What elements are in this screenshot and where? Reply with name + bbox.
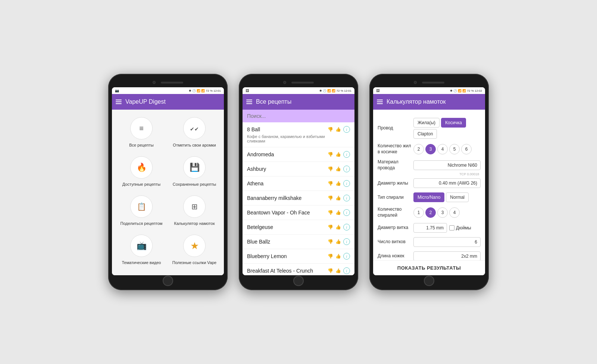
strands-row: Количество жил в косичке 2 3 4 5 6: [378, 143, 481, 155]
menu-share[interactable]: 📋 Поделиться рецептом: [118, 195, 165, 229]
thumbup-icon-2[interactable]: 👍: [335, 166, 341, 172]
menu-mark-aromas[interactable]: Отметить свои аромки: [171, 117, 218, 150]
thumbup-icon-5[interactable]: 👍: [335, 210, 341, 215]
strands-btn-2[interactable]: 4: [437, 144, 448, 154]
hamburger-1[interactable]: [116, 100, 122, 104]
thumbdown-icon-5[interactable]: 👎: [328, 210, 333, 215]
thumbup-icon-6[interactable]: 👍: [335, 225, 341, 230]
wire-btn-2[interactable]: Clapton: [413, 129, 437, 139]
thumbdown-icon-7[interactable]: 👎: [328, 239, 333, 244]
thumbup-icon-3[interactable]: 👍: [335, 181, 341, 186]
thumbdown-icon-4[interactable]: 👎: [328, 195, 333, 201]
material-label: Материал провода: [378, 159, 411, 171]
thumbup-icon-8[interactable]: 👍: [335, 254, 341, 259]
info-icon-9[interactable]: i: [343, 267, 350, 274]
recipe-item-7[interactable]: Blue Ballz 👎 👍 i: [243, 235, 354, 249]
home-btn-3[interactable]: [424, 276, 434, 286]
recipe-item-4[interactable]: Bananaberry milkshake 👎 👍 i: [243, 191, 354, 205]
hamburger-3[interactable]: [377, 100, 383, 104]
thumbup-icon-1[interactable]: 👍: [335, 152, 341, 157]
home-btn-1[interactable]: [163, 276, 173, 286]
thumbup-icon-7[interactable]: 👍: [335, 239, 341, 244]
info-icon-1[interactable]: i: [343, 151, 350, 158]
camera-2: [283, 81, 286, 84]
material-row: Материал провода Nichrome Ni60: [378, 159, 481, 171]
strands-btn-3[interactable]: 5: [449, 144, 460, 154]
phone-bottom-3: [373, 277, 485, 285]
menu-links[interactable]: ★ Полезные ссылки Vape: [171, 235, 218, 268]
menu-video[interactable]: 📺 Тематические видео: [118, 235, 165, 268]
leg-input[interactable]: 2x2 mm: [413, 251, 481, 260]
thumbup-icon-9[interactable]: 👍: [335, 268, 341, 273]
show-results-button[interactable]: ПОКАЗАТЬ РЕЗУЛЬТАТЫ: [373, 260, 485, 275]
home-btn-2[interactable]: [293, 276, 304, 286]
menu-label-saved: Сохраненные рецепты: [173, 182, 216, 187]
info-icon-8[interactable]: i: [343, 253, 350, 260]
coil-count-btn-3[interactable]: 4: [449, 207, 460, 218]
recipe-item-6[interactable]: Betelgeuse 👎 👍 i: [243, 220, 354, 235]
info-icon-6[interactable]: i: [343, 224, 350, 230]
wire-btn-0[interactable]: Жила(ы): [413, 118, 440, 128]
strands-btn-1[interactable]: 3: [425, 144, 436, 154]
recipe-item-0[interactable]: 8 Ball 👎 👍 i Кофе с бананом, карамелью и…: [243, 122, 354, 147]
coil-count-btn-0[interactable]: 1: [413, 207, 424, 218]
info-icon-3[interactable]: i: [343, 180, 350, 187]
recipe-item-2[interactable]: Ashbury 👎 👍 i: [243, 162, 354, 176]
app-bar-2: Все рецепты: [243, 94, 354, 110]
thumbdown-icon-9[interactable]: 👎: [328, 268, 333, 273]
thumbdown-icon-3[interactable]: 👎: [328, 181, 333, 186]
recipe-item-3[interactable]: Athena 👎 👍 i: [243, 176, 354, 191]
leg-row: Длина ножек 2x2 mm: [378, 251, 481, 260]
turns-input[interactable]: 6: [413, 237, 481, 247]
info-icon-0[interactable]: i: [343, 126, 350, 133]
strands-btn-4[interactable]: 6: [461, 144, 472, 154]
thumbdown-icon-6[interactable]: 👎: [328, 225, 333, 230]
inches-checkbox[interactable]: [449, 225, 454, 230]
menu-label-video: Тематические видео: [122, 260, 161, 265]
thumbup-icon-4[interactable]: 👍: [335, 195, 341, 201]
info-icon-4[interactable]: i: [343, 195, 350, 201]
menu-saved[interactable]: 💾 Сохраненные рецепты: [171, 156, 218, 189]
wire-row: Провод Жила(ы) Косичка Clapton: [378, 118, 481, 139]
status-bar-1: 📷 ✱ 🕐 📶 📶 72 % 12:01: [112, 87, 224, 94]
hamburger-2[interactable]: [246, 100, 252, 104]
flame-icon: 🔥: [130, 156, 153, 179]
thumbdown-icon-8[interactable]: 👎: [328, 254, 333, 259]
menu-all-recipes[interactable]: Все рецепты: [118, 117, 165, 150]
diameter-input[interactable]: 0.40 mm (AWG 26): [413, 178, 481, 188]
wrap-diameter-row: Диаметр витка 1.75 mm Дюймы: [378, 223, 481, 233]
info-icon-7[interactable]: i: [343, 238, 350, 245]
thumbdown-icon-0[interactable]: 👎: [328, 127, 333, 132]
recipe-item-9[interactable]: Breakfast At Teleos - Crunch 👎 👍 i: [243, 264, 354, 275]
thumbdown-icon-2[interactable]: 👎: [328, 166, 333, 172]
thumbdown-icon-1[interactable]: 👎: [328, 152, 333, 157]
app-title-2: Все рецепты: [256, 98, 291, 105]
coil-count-btn-group: 1 2 3 4: [413, 207, 460, 218]
recipe-actions-4: 👎 👍 i: [328, 195, 350, 201]
speaker-2: [291, 82, 314, 84]
wrap-diameter-input[interactable]: 1.75 mm: [413, 223, 447, 233]
material-input[interactable]: Nichrome Ni60: [413, 160, 481, 170]
recipe-item-8[interactable]: Blueberry Lemon 👎 👍 i: [243, 249, 354, 264]
search-bar[interactable]: [243, 110, 354, 122]
recipe-name-1: Andromeda: [247, 151, 328, 157]
info-icon-2[interactable]: i: [343, 166, 350, 172]
info-icon-5[interactable]: i: [343, 209, 350, 216]
recipe-name-4: Bananaberry milkshake: [247, 195, 328, 201]
coil-type-btn-1[interactable]: Normal: [446, 192, 469, 202]
coil-count-btn-1[interactable]: 2: [425, 207, 436, 218]
coil-count-btn-2[interactable]: 3: [437, 207, 448, 218]
recipe-name-8: Blueberry Lemon: [247, 253, 328, 259]
recipe-name-5: Beantown Vapor - Oh Face: [247, 210, 328, 216]
thumbup-icon-0[interactable]: 👍: [335, 127, 341, 132]
coil-type-btn-0[interactable]: Micro/Nano: [413, 192, 444, 202]
strands-btn-0[interactable]: 2: [413, 144, 424, 154]
recipe-item-1[interactable]: Andromeda 👎 👍 i: [243, 147, 354, 162]
wire-btn-1[interactable]: Косичка: [441, 118, 466, 128]
recipe-header-6: Betelgeuse 👎 👍 i: [247, 224, 350, 230]
recipe-item-5[interactable]: Beantown Vapor - Oh Face 👎 👍 i: [243, 205, 354, 220]
menu-coil-calc[interactable]: ⊞ Калькулятор намоток: [171, 195, 218, 229]
inches-checkbox-row[interactable]: Дюймы: [449, 225, 471, 230]
menu-available[interactable]: 🔥 Доступные рецепты: [118, 156, 165, 189]
search-input[interactable]: [247, 113, 350, 119]
